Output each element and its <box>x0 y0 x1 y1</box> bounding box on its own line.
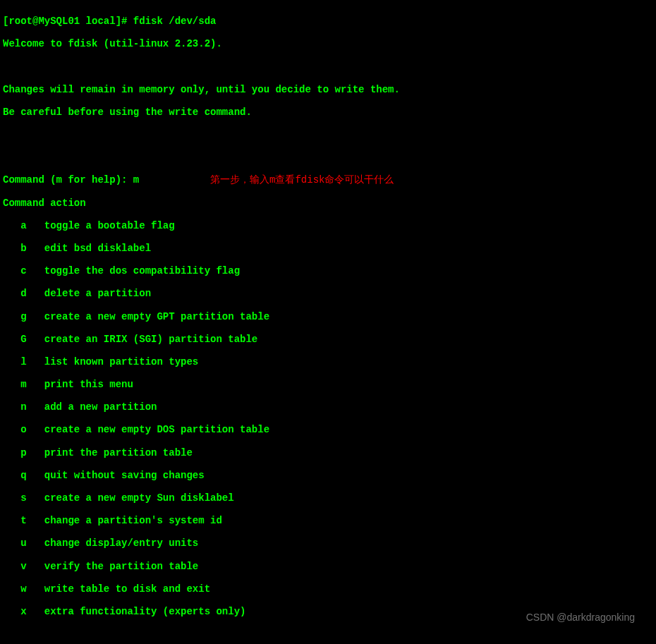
action-l: l list known partition types <box>3 356 653 367</box>
action-v: v verify the partition table <box>3 561 653 572</box>
welcome-line: Welcome to fdisk (util-linux 2.23.2). <box>3 38 653 49</box>
changes-line-2: Be careful before using the write comman… <box>3 107 653 118</box>
action-d: d delete a partition <box>3 288 653 299</box>
action-o: o create a new empty DOS partition table <box>3 424 653 435</box>
watermark: CSDN @darkdragonking <box>526 612 635 623</box>
action-c: c toggle the dos compatibility flag <box>3 265 653 277</box>
action-t: t change a partition's system id <box>3 515 653 526</box>
action-g: g create a new empty GPT partition table <box>3 311 653 322</box>
changes-line-1: Changes will remain in memory only, unti… <box>3 84 653 95</box>
action-u: u change display/entry units <box>3 537 653 549</box>
shell-prompt: [root@MySQL01 local]# <box>3 16 133 27</box>
action-s: s create a new empty Sun disklabel <box>3 492 653 504</box>
action-G: G create an IRIX (SGI) partition table <box>3 334 653 345</box>
action-q: q quit without saving changes <box>3 470 653 481</box>
command-action-header: Command action <box>3 198 653 209</box>
action-w: w write table to disk and exit <box>3 583 653 595</box>
cmd-help-m: Command (m for help): m <box>3 174 139 186</box>
action-n: n add a new partition <box>3 401 653 413</box>
terminal-window[interactable]: [root@MySQL01 local]# fdisk /dev/sda Wel… <box>0 0 656 644</box>
shell-command: fdisk /dev/sda <box>133 16 217 27</box>
annotation-step1: 第一步，输入m查看fdisk命令可以干什么 <box>210 174 394 186</box>
action-p: p print the partition table <box>3 447 653 458</box>
action-b: b edit bsd disklabel <box>3 243 653 254</box>
action-m: m print this menu <box>3 379 653 390</box>
action-a: a toggle a bootable flag <box>3 220 653 231</box>
